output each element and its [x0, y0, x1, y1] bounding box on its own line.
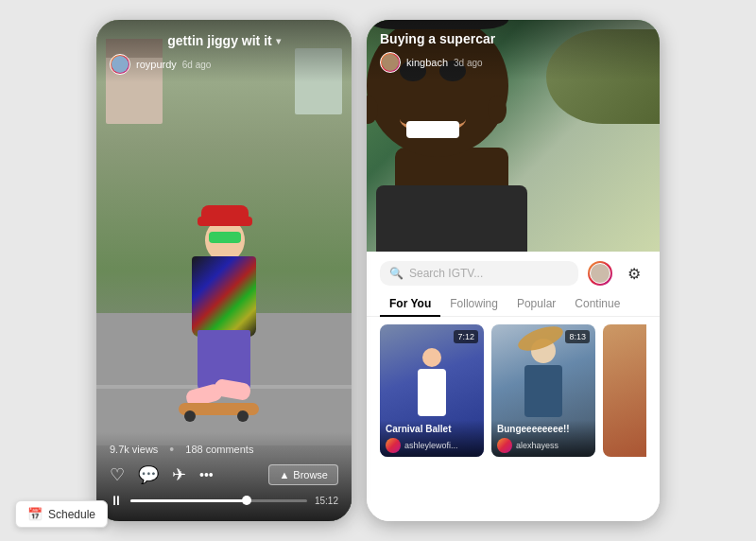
video-thumb-3[interactable] [603, 324, 646, 457]
thumb-2-avatar [497, 438, 512, 453]
search-input[interactable]: Search IGTV... [409, 267, 483, 280]
share-icon[interactable]: ✈ [172, 464, 186, 485]
right-username: kingbach [406, 57, 448, 68]
pause-button[interactable]: ⏸ [110, 493, 123, 508]
video-thumb-2[interactable]: 8:13 Bungeeeeeeee!! alexhayess [491, 324, 595, 457]
thumb-2-user-row: alexhayess [497, 438, 590, 453]
left-video-title: gettin jiggy wit it ▾ [110, 33, 338, 48]
browse-label: Browse [293, 469, 328, 480]
thumb-1-avatar [386, 438, 401, 453]
search-bar[interactable]: 🔍 Search IGTV... [380, 261, 578, 286]
right-header-icons: ⚙ [588, 261, 646, 286]
title-chevron-icon: ▾ [276, 36, 281, 46]
left-bottom-overlay: 9.7k views • 188 comments ♡ 💬 ✈ ••• ▲ Br… [96, 432, 352, 521]
left-phone: gettin jiggy wit it ▾ roypurdy 6d ago 9.… [96, 20, 352, 521]
left-time-ago: 6d ago [182, 60, 212, 70]
browse-button[interactable]: ▲ Browse [268, 464, 338, 485]
thumb-2-duration: 8:13 [565, 330, 590, 343]
left-title-text: gettin jiggy wit it [167, 33, 271, 48]
thumb-2-username: alexhayess [516, 441, 558, 450]
left-avatar[interactable] [110, 54, 130, 75]
time-display: 15:12 [315, 496, 338, 506]
right-bottom-panel: 🔍 Search IGTV... ⚙ For You Following [367, 252, 660, 521]
thumb-1-title: Carnival Ballet [386, 424, 478, 435]
browse-icon: ▲ [279, 469, 289, 480]
right-phone: Buying a supercar kingbach 3d ago 🔍 Sear… [367, 20, 660, 521]
schedule-icon: 📅 [27, 507, 43, 521]
progress-fill [130, 499, 246, 502]
thumb-1-label: Carnival Ballet ashleylewofi... [380, 420, 484, 457]
left-top-overlay: gettin jiggy wit it ▾ roypurdy 6d ago [96, 20, 352, 82]
views-count: 9.7k views [110, 444, 158, 455]
search-row: 🔍 Search IGTV... ⚙ [367, 252, 660, 291]
right-video-title: Buying a supercar [380, 31, 646, 46]
search-icon: 🔍 [389, 267, 404, 280]
thumb-2-title: Bungeeeeeeee!! [497, 424, 590, 435]
schedule-label: Schedule [48, 508, 95, 521]
left-username: roypurdy [136, 59, 177, 70]
comments-count: 188 comments [185, 444, 253, 455]
right-top-overlay: Buying a supercar kingbach 3d ago [367, 20, 660, 80]
tab-continue[interactable]: Continue [565, 291, 629, 316]
progress-row: ⏸ 15:12 [110, 493, 338, 508]
stats-row: 9.7k views • 188 comments [110, 442, 338, 457]
right-time-ago: 3d ago [454, 58, 483, 68]
thumb-1-user-row: ashleylewofi... [386, 438, 478, 453]
left-user-row: roypurdy 6d ago [110, 54, 338, 75]
thumb-2-label: Bungeeeeeeee!! alexhayess [491, 420, 595, 457]
right-video-area: Buying a supercar kingbach 3d ago [367, 20, 660, 252]
video-thumb-1[interactable]: 7:12 Carnival Ballet ashleylewofi... [380, 324, 484, 457]
like-icon[interactable]: ♡ [110, 464, 125, 485]
schedule-button[interactable]: 📅 Schedule [15, 500, 108, 528]
action-icons: ♡ 💬 ✈ ••• [110, 464, 214, 485]
right-avatar[interactable] [380, 52, 401, 73]
more-icon[interactable]: ••• [199, 467, 214, 482]
profile-avatar-icon[interactable] [588, 261, 612, 286]
progress-handle[interactable] [242, 496, 251, 505]
thumb-1-username: ashleylewofi... [404, 441, 458, 450]
actions-row: ♡ 💬 ✈ ••• ▲ Browse [110, 464, 338, 485]
video-grid: 7:12 Carnival Ballet ashleylewofi... [367, 317, 660, 521]
settings-icon[interactable]: ⚙ [622, 261, 646, 286]
tab-following[interactable]: Following [440, 291, 507, 316]
thumb-1-duration: 7:12 [454, 330, 478, 343]
tab-popular[interactable]: Popular [507, 291, 565, 316]
tab-for-you[interactable]: For You [380, 291, 440, 316]
right-user-row: kingbach 3d ago [380, 52, 646, 73]
progress-bar[interactable] [130, 499, 307, 502]
tabs-row: For You Following Popular Continue [367, 291, 660, 317]
comment-icon[interactable]: 💬 [138, 464, 159, 485]
dot-separator: • [169, 442, 174, 457]
